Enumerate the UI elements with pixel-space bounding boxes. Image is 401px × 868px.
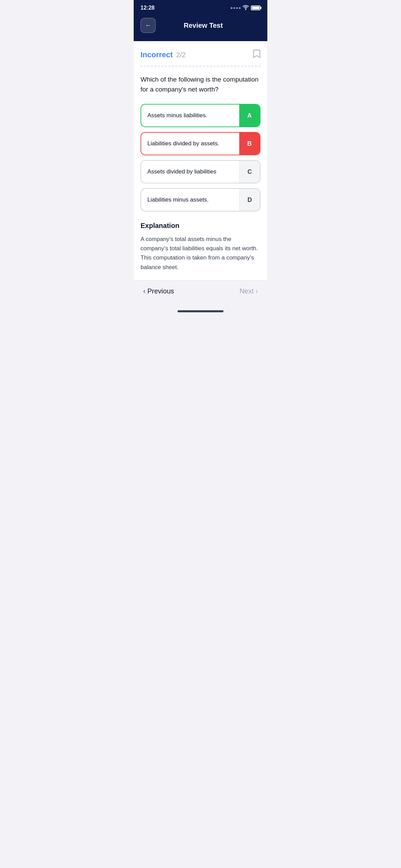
question-count: 2/2 xyxy=(176,51,186,59)
status-row: Incorrect 2/2 xyxy=(141,49,260,60)
status-time: 12:28 xyxy=(141,5,155,11)
status-bar: 12:28 xyxy=(134,0,267,14)
answer-text-b: Liabilities divided by assets. xyxy=(141,133,239,155)
answer-option-d[interactable]: Liabilities minus assets. D xyxy=(141,188,260,212)
question-text: Which of the following is the computatio… xyxy=(141,75,260,94)
answer-option-b[interactable]: Liabilities divided by assets. B xyxy=(141,132,260,155)
next-label: Next xyxy=(240,287,254,295)
answer-text-a: Assets minus liabilities. xyxy=(141,105,239,126)
previous-button[interactable]: ‹ Previous xyxy=(143,287,174,295)
previous-label: Previous xyxy=(147,287,174,295)
signal-icon xyxy=(231,7,241,9)
explanation-title: Explanation xyxy=(141,222,260,230)
header: ← Review Test xyxy=(134,14,267,41)
answer-text-c: Assets divided by liabilities xyxy=(141,161,239,183)
back-button[interactable]: ← xyxy=(141,18,156,33)
status-icons xyxy=(231,5,260,11)
main-content: Incorrect 2/2 Which of the following is … xyxy=(134,41,267,280)
home-indicator-wrap xyxy=(134,308,267,316)
prev-chevron-icon: ‹ xyxy=(143,288,145,295)
answer-letter-b: B xyxy=(239,133,260,155)
wifi-icon xyxy=(243,5,249,11)
section-divider xyxy=(141,66,260,67)
bookmark-icon[interactable] xyxy=(253,49,260,60)
answer-letter-c: C xyxy=(239,161,260,183)
page-title: Review Test xyxy=(161,22,245,29)
home-indicator xyxy=(178,310,223,312)
incorrect-label: Incorrect xyxy=(141,50,173,59)
answer-text-d: Liabilities minus assets. xyxy=(141,189,239,211)
status-label: Incorrect 2/2 xyxy=(141,50,186,59)
answer-option-a[interactable]: Assets minus liabilities. A xyxy=(141,104,260,127)
answer-letter-a: A xyxy=(239,105,260,126)
explanation-section: Explanation A company's total assets min… xyxy=(141,222,260,272)
answer-options: Assets minus liabilities. A Liabilities … xyxy=(141,104,260,212)
back-arrow-icon: ← xyxy=(145,22,151,29)
next-button[interactable]: Next › xyxy=(240,287,258,295)
explanation-text: A company's total assets minus the compa… xyxy=(141,234,260,272)
battery-icon xyxy=(251,5,260,10)
answer-letter-d: D xyxy=(239,189,260,211)
bottom-navigation: ‹ Previous Next › xyxy=(134,280,267,308)
next-chevron-icon: › xyxy=(256,288,258,295)
answer-option-c[interactable]: Assets divided by liabilities C xyxy=(141,160,260,183)
